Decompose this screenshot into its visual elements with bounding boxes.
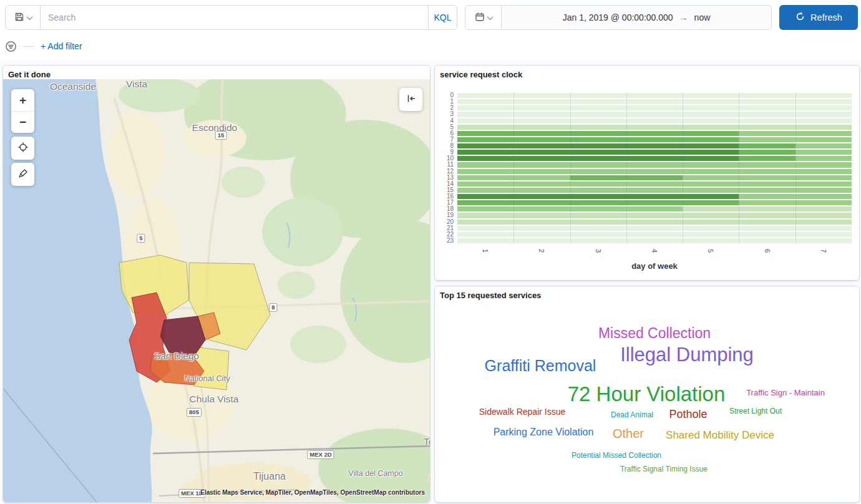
heatmap-cell[interactable] — [570, 162, 626, 167]
heatmap-cell[interactable] — [795, 143, 852, 148]
heatmap-cell[interactable] — [513, 226, 570, 231]
heatmap-cell[interactable] — [795, 162, 852, 167]
heatmap-cell[interactable] — [513, 238, 570, 243]
heatmap-cell[interactable] — [457, 150, 513, 155]
tag-word[interactable]: 72 Hour Violation — [568, 382, 726, 406]
search-input[interactable] — [41, 6, 428, 29]
heatmap-cell[interactable] — [739, 232, 795, 237]
heatmap-cell[interactable] — [626, 226, 683, 231]
heatmap-cell[interactable] — [513, 213, 570, 218]
heatmap-cell[interactable] — [457, 125, 513, 130]
heatmap-cell[interactable] — [457, 99, 513, 104]
heatmap-grid[interactable] — [457, 93, 852, 243]
heatmap-cell[interactable] — [570, 131, 626, 136]
heatmap-cell[interactable] — [513, 220, 570, 225]
heatmap-cell[interactable] — [626, 213, 683, 218]
heatmap-cell[interactable] — [795, 169, 852, 174]
saved-query-menu-button[interactable] — [6, 6, 41, 29]
heatmap-cell[interactable] — [683, 226, 739, 231]
heatmap-cell[interactable] — [795, 156, 852, 161]
heatmap-cell[interactable] — [457, 238, 513, 243]
heatmap-cell[interactable] — [457, 232, 513, 237]
heatmap-cell[interactable] — [457, 175, 513, 180]
heatmap-cell[interactable] — [513, 131, 570, 136]
heatmap-cell[interactable] — [457, 156, 513, 161]
tag-word[interactable]: Traffic Sign - Maintain — [746, 388, 825, 397]
heatmap-cell[interactable] — [457, 226, 513, 231]
heatmap-cell[interactable] — [683, 213, 739, 218]
heatmap-cell[interactable] — [683, 232, 739, 237]
heatmap-cell[interactable] — [570, 119, 626, 124]
heatmap-cell[interactable] — [683, 169, 739, 174]
heatmap-cell[interactable] — [570, 188, 626, 193]
heatmap-cell[interactable] — [683, 238, 739, 243]
collapse-legend-button[interactable] — [399, 88, 422, 111]
refresh-button[interactable]: Refresh — [779, 5, 858, 30]
heatmap-cell[interactable] — [795, 150, 852, 155]
heatmap-cell[interactable] — [795, 175, 852, 180]
heatmap-cell[interactable] — [570, 93, 626, 98]
heatmap-cell[interactable] — [683, 143, 739, 148]
heatmap-cell[interactable] — [626, 99, 683, 104]
heatmap-cell[interactable] — [795, 131, 852, 136]
heatmap-cell[interactable] — [513, 175, 570, 180]
tag-word[interactable]: Other — [613, 427, 644, 441]
heatmap-cell[interactable] — [626, 175, 683, 180]
heatmap-cell[interactable] — [626, 119, 683, 124]
heatmap-cell[interactable] — [513, 188, 570, 193]
heatmap-cell[interactable] — [683, 188, 739, 193]
heatmap-cell[interactable] — [795, 232, 852, 237]
heatmap-cell[interactable] — [795, 105, 852, 110]
heatmap-cell[interactable] — [739, 200, 795, 205]
heatmap-cell[interactable] — [626, 188, 683, 193]
heatmap-cell[interactable] — [457, 105, 513, 110]
heatmap-cell[interactable] — [739, 119, 795, 124]
heatmap-cell[interactable] — [570, 213, 626, 218]
heatmap-cell[interactable] — [795, 226, 852, 231]
tag-word[interactable]: Potential Missed Collection — [572, 451, 661, 460]
heatmap-cell[interactable] — [626, 200, 683, 205]
heatmap-cell[interactable] — [457, 93, 513, 98]
heatmap-cell[interactable] — [457, 188, 513, 193]
heatmap-cell[interactable] — [739, 156, 795, 161]
zoom-in-button[interactable]: + — [11, 89, 34, 112]
heatmap-cell[interactable] — [513, 156, 570, 161]
heatmap-cell[interactable] — [513, 125, 570, 130]
heatmap-cell[interactable] — [739, 162, 795, 167]
heatmap-cell[interactable] — [626, 182, 683, 187]
heatmap-cell[interactable] — [626, 220, 683, 225]
heatmap-cell[interactable] — [513, 137, 570, 142]
heatmap-cell[interactable] — [795, 99, 852, 104]
zoom-out-button[interactable]: − — [11, 112, 34, 133]
heatmap-cell[interactable] — [626, 232, 683, 237]
heatmap-cell[interactable] — [626, 206, 683, 211]
calendar-menu-button[interactable] — [465, 6, 502, 29]
heatmap-cell[interactable] — [683, 162, 739, 167]
heatmap-cell[interactable] — [570, 143, 626, 148]
heatmap-cell[interactable] — [626, 169, 683, 174]
tag-word[interactable]: Sidewalk Repair Issue — [479, 407, 566, 417]
tag-word[interactable]: Missed Collection — [598, 325, 711, 342]
heatmap-cell[interactable] — [513, 143, 570, 148]
heatmap-cell[interactable] — [683, 182, 739, 187]
heatmap-cell[interactable] — [739, 143, 795, 148]
heatmap-cell[interactable] — [626, 162, 683, 167]
heatmap-cell[interactable] — [683, 156, 739, 161]
heatmap-cell[interactable] — [739, 213, 795, 218]
heatmap-cell[interactable] — [795, 213, 852, 218]
heatmap-cell[interactable] — [626, 150, 683, 155]
heatmap-cell[interactable] — [513, 105, 570, 110]
heatmap-cell[interactable] — [683, 112, 739, 117]
map-canvas[interactable]: OceansideVistaEscondidoSan DiegoNational… — [3, 79, 430, 502]
heatmap-cell[interactable] — [739, 137, 795, 142]
map-attribution[interactable]: Elastic Maps Service, MapTiler, OpenMapT… — [200, 489, 425, 496]
heatmap-cell[interactable] — [626, 125, 683, 130]
heatmap-cell[interactable] — [626, 105, 683, 110]
heatmap-cell[interactable] — [457, 162, 513, 167]
tag-word[interactable]: Illegal Dumping — [620, 344, 754, 366]
tag-word[interactable]: Street Light Out — [729, 407, 782, 415]
heatmap-cell[interactable] — [570, 194, 626, 199]
heatmap-cell[interactable] — [626, 93, 683, 98]
heatmap-cell[interactable] — [570, 238, 626, 243]
heatmap-cell[interactable] — [739, 206, 795, 211]
